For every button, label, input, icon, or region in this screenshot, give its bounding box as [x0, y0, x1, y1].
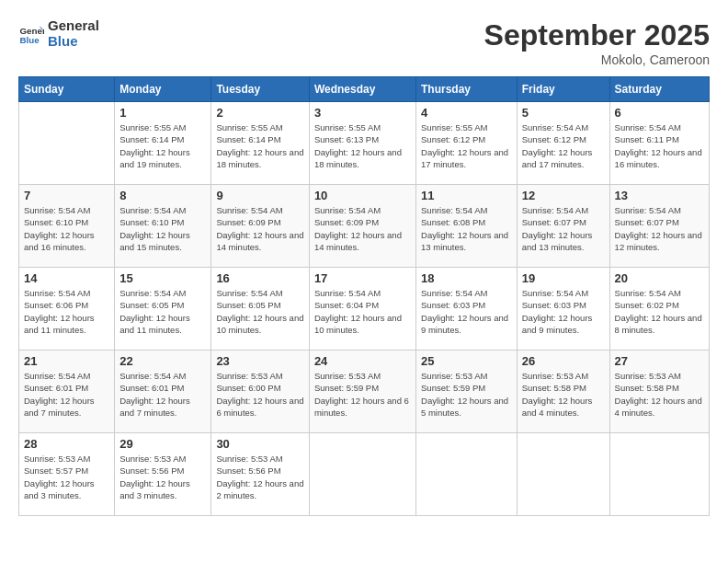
calendar-day-cell: 25 Sunrise: 5:53 AMSunset: 5:59 PMDaylig… [416, 350, 518, 433]
calendar-day-cell: 6 Sunrise: 5:54 AMSunset: 6:11 PMDayligh… [609, 102, 709, 185]
day-info: Sunrise: 5:54 AMSunset: 6:10 PMDaylight:… [24, 204, 109, 253]
weekday-header-cell: Tuesday [211, 77, 309, 102]
day-number: 19 [522, 271, 605, 285]
day-number: 10 [314, 189, 411, 202]
day-info: Sunrise: 5:53 AMSunset: 5:57 PMDaylight:… [24, 453, 109, 501]
logo-text-blue: Blue [48, 34, 99, 50]
weekday-header-cell: Friday [517, 77, 609, 102]
day-info: Sunrise: 5:54 AMSunset: 6:04 PMDaylight:… [314, 287, 411, 336]
day-info: Sunrise: 5:54 AMSunset: 6:03 PMDaylight:… [421, 287, 512, 336]
calendar-day-cell: 27 Sunrise: 5:53 AMSunset: 5:58 PMDaylig… [609, 350, 709, 433]
day-info: Sunrise: 5:54 AMSunset: 6:12 PMDaylight:… [522, 121, 605, 170]
calendar-day-cell: 7 Sunrise: 5:54 AMSunset: 6:10 PMDayligh… [19, 185, 115, 268]
weekday-header-cell: Thursday [416, 77, 518, 102]
day-number: 25 [421, 354, 512, 368]
day-info: Sunrise: 5:54 AMSunset: 6:07 PMDaylight:… [615, 204, 704, 253]
day-info: Sunrise: 5:54 AMSunset: 6:01 PMDaylight:… [24, 370, 109, 419]
calendar-day-cell: 18 Sunrise: 5:54 AMSunset: 6:03 PMDaylig… [416, 268, 518, 350]
day-number: 24 [314, 354, 411, 368]
logo-icon: General Blue [18, 21, 44, 47]
svg-text:Blue: Blue [19, 34, 40, 44]
day-info: Sunrise: 5:54 AMSunset: 6:10 PMDaylight:… [119, 204, 206, 253]
day-number: 18 [421, 271, 512, 285]
calendar-day-cell: 23 Sunrise: 5:53 AMSunset: 6:00 PMDaylig… [211, 350, 309, 433]
day-info: Sunrise: 5:54 AMSunset: 6:06 PMDaylight:… [24, 287, 109, 336]
day-number: 14 [24, 271, 109, 285]
day-info: Sunrise: 5:53 AMSunset: 5:56 PMDaylight:… [216, 453, 303, 501]
calendar-day-cell [309, 433, 415, 516]
calendar-day-cell: 29 Sunrise: 5:53 AMSunset: 5:56 PMDaylig… [115, 433, 211, 516]
month-title: September 2025 [484, 18, 710, 52]
day-info: Sunrise: 5:53 AMSunset: 6:00 PMDaylight:… [216, 370, 303, 419]
day-number: 17 [314, 271, 411, 285]
day-info: Sunrise: 5:53 AMSunset: 5:58 PMDaylight:… [615, 370, 704, 419]
calendar-body: 1 Sunrise: 5:55 AMSunset: 6:14 PMDayligh… [19, 102, 710, 516]
day-number: 12 [522, 189, 605, 202]
calendar-day-cell: 4 Sunrise: 5:55 AMSunset: 6:12 PMDayligh… [416, 102, 518, 185]
location: Mokolo, Cameroon [484, 52, 710, 67]
calendar-day-cell: 17 Sunrise: 5:54 AMSunset: 6:04 PMDaylig… [309, 268, 415, 350]
calendar-day-cell: 28 Sunrise: 5:53 AMSunset: 5:57 PMDaylig… [19, 433, 115, 516]
day-number: 20 [615, 271, 704, 285]
calendar-day-cell [19, 102, 115, 185]
day-number: 3 [314, 106, 411, 120]
day-number: 1 [119, 106, 206, 120]
day-info: Sunrise: 5:53 AMSunset: 5:59 PMDaylight:… [314, 370, 411, 419]
day-number: 27 [615, 354, 704, 368]
calendar-week-row: 28 Sunrise: 5:53 AMSunset: 5:57 PMDaylig… [19, 433, 710, 516]
calendar-day-cell: 16 Sunrise: 5:54 AMSunset: 6:05 PMDaylig… [211, 268, 309, 350]
calendar-day-cell: 19 Sunrise: 5:54 AMSunset: 6:03 PMDaylig… [517, 268, 609, 350]
day-number: 29 [119, 437, 206, 451]
day-info: Sunrise: 5:54 AMSunset: 6:03 PMDaylight:… [522, 287, 605, 336]
day-info: Sunrise: 5:53 AMSunset: 5:58 PMDaylight:… [522, 370, 605, 419]
day-info: Sunrise: 5:54 AMSunset: 6:07 PMDaylight:… [522, 204, 605, 253]
day-info: Sunrise: 5:54 AMSunset: 6:09 PMDaylight:… [216, 204, 303, 253]
day-number: 22 [119, 354, 206, 368]
day-number: 4 [421, 106, 512, 120]
day-number: 15 [119, 271, 206, 285]
calendar-day-cell: 14 Sunrise: 5:54 AMSunset: 6:06 PMDaylig… [19, 268, 115, 350]
weekday-header-cell: Monday [115, 77, 211, 102]
calendar-day-cell: 30 Sunrise: 5:53 AMSunset: 5:56 PMDaylig… [211, 433, 309, 516]
calendar-day-cell: 22 Sunrise: 5:54 AMSunset: 6:01 PMDaylig… [115, 350, 211, 433]
day-number: 21 [24, 354, 109, 368]
calendar-day-cell [416, 433, 518, 516]
day-number: 28 [24, 437, 109, 451]
day-number: 6 [615, 106, 704, 120]
calendar-day-cell: 12 Sunrise: 5:54 AMSunset: 6:07 PMDaylig… [517, 185, 609, 268]
weekday-header-cell: Sunday [19, 77, 115, 102]
day-number: 30 [216, 437, 303, 451]
calendar-day-cell: 21 Sunrise: 5:54 AMSunset: 6:01 PMDaylig… [19, 350, 115, 433]
calendar-week-row: 1 Sunrise: 5:55 AMSunset: 6:14 PMDayligh… [19, 102, 710, 185]
day-info: Sunrise: 5:53 AMSunset: 5:59 PMDaylight:… [421, 370, 512, 419]
calendar-week-row: 14 Sunrise: 5:54 AMSunset: 6:06 PMDaylig… [19, 268, 710, 350]
day-info: Sunrise: 5:55 AMSunset: 6:12 PMDaylight:… [421, 121, 512, 170]
calendar-week-row: 21 Sunrise: 5:54 AMSunset: 6:01 PMDaylig… [19, 350, 710, 433]
day-number: 2 [216, 106, 303, 120]
day-info: Sunrise: 5:55 AMSunset: 6:13 PMDaylight:… [314, 121, 411, 170]
day-info: Sunrise: 5:54 AMSunset: 6:09 PMDaylight:… [314, 204, 411, 253]
calendar-day-cell [517, 433, 609, 516]
day-info: Sunrise: 5:54 AMSunset: 6:05 PMDaylight:… [216, 287, 303, 336]
day-info: Sunrise: 5:54 AMSunset: 6:11 PMDaylight:… [615, 121, 704, 170]
calendar-day-cell [609, 433, 709, 516]
calendar-day-cell: 13 Sunrise: 5:54 AMSunset: 6:07 PMDaylig… [609, 185, 709, 268]
calendar-day-cell: 26 Sunrise: 5:53 AMSunset: 5:58 PMDaylig… [517, 350, 609, 433]
day-number: 7 [24, 189, 109, 202]
calendar-day-cell: 24 Sunrise: 5:53 AMSunset: 5:59 PMDaylig… [309, 350, 415, 433]
calendar-day-cell: 8 Sunrise: 5:54 AMSunset: 6:10 PMDayligh… [115, 185, 211, 268]
day-number: 23 [216, 354, 303, 368]
day-info: Sunrise: 5:55 AMSunset: 6:14 PMDaylight:… [216, 121, 303, 170]
calendar-day-cell: 10 Sunrise: 5:54 AMSunset: 6:09 PMDaylig… [309, 185, 415, 268]
calendar-day-cell: 15 Sunrise: 5:54 AMSunset: 6:05 PMDaylig… [115, 268, 211, 350]
day-number: 5 [522, 106, 605, 120]
weekday-header-row: SundayMondayTuesdayWednesdayThursdayFrid… [19, 77, 710, 102]
logo: General Blue General Blue [18, 18, 99, 49]
calendar-day-cell: 20 Sunrise: 5:54 AMSunset: 6:02 PMDaylig… [609, 268, 709, 350]
day-number: 9 [216, 189, 303, 202]
day-info: Sunrise: 5:53 AMSunset: 5:56 PMDaylight:… [119, 453, 206, 501]
day-info: Sunrise: 5:54 AMSunset: 6:05 PMDaylight:… [119, 287, 206, 336]
calendar-day-cell: 3 Sunrise: 5:55 AMSunset: 6:13 PMDayligh… [309, 102, 415, 185]
day-number: 13 [615, 189, 704, 202]
day-info: Sunrise: 5:54 AMSunset: 6:02 PMDaylight:… [615, 287, 704, 336]
